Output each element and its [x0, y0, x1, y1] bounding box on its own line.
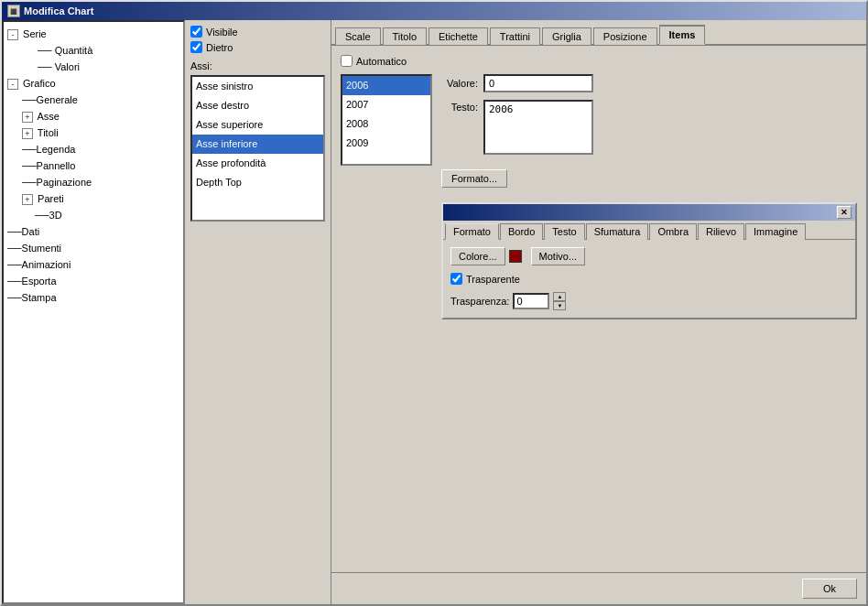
trasparenza-row: Trasparenza: ▲ ▼ [450, 292, 848, 310]
tab-scale[interactable]: Scale [335, 27, 381, 45]
spinner-up[interactable]: ▲ [553, 292, 566, 301]
format-tab-formato[interactable]: Formato [445, 223, 499, 240]
year-item-2006[interactable]: 2006 [342, 76, 430, 95]
assi-item-superiore[interactable]: Asse superiore [192, 115, 323, 135]
dietro-checkbox[interactable] [190, 41, 202, 53]
trasparenza-input[interactable] [513, 293, 549, 309]
tree-item-3d[interactable]: ──3D [4, 207, 183, 223]
tree-item-serie[interactable]: - Serie [4, 26, 183, 42]
spinner-down[interactable]: ▼ [553, 301, 566, 310]
spinner-arrows: ▲ ▼ [553, 292, 566, 310]
items-left: 2006 2007 2008 2009 [341, 74, 432, 319]
tab-griglia[interactable]: Griglia [542, 27, 591, 45]
assi-item-depthtop[interactable]: Depth Top [192, 173, 323, 192]
format-close-button[interactable]: ✕ [837, 206, 852, 219]
tree-panel: - Serie ── Quantità ── Valori - Grafico … [2, 20, 185, 604]
ok-button[interactable]: Ok [802, 579, 857, 599]
format-tab-testo[interactable]: Testo [544, 223, 584, 240]
assi-item-destro[interactable]: Asse destro [192, 96, 323, 115]
tree-item-paginazione[interactable]: ──Paginazione [4, 174, 183, 190]
tree-item-esporta[interactable]: ──Esporta [4, 273, 183, 289]
visibile-checkbox[interactable] [190, 26, 202, 38]
automatico-checkbox[interactable] [341, 55, 353, 67]
testo-label: Testo: [441, 102, 478, 113]
formato-btn-wrapper: Formato... [441, 166, 857, 188]
window-title: Modifica Chart [24, 5, 93, 16]
trasparenza-label: Trasparenza: [450, 296, 509, 307]
trasparente-label: Trasparente [466, 274, 520, 285]
years-list: 2006 2007 2008 2009 [341, 74, 432, 166]
automatico-label: Automatico [356, 56, 407, 67]
colore-btn-group: Colore... [450, 247, 522, 265]
valore-row: Valore: [441, 74, 857, 92]
expander-serie[interactable]: - [7, 29, 18, 40]
tab-posizione[interactable]: Posizione [593, 27, 657, 45]
tab-content-items: Automatico 2006 2007 2008 2009 [331, 46, 866, 572]
dietro-row: Dietro [190, 41, 325, 53]
testo-textarea[interactable]: 2006 [483, 100, 593, 155]
tree-item-animazioni[interactable]: ──Animazioni [4, 256, 183, 273]
trasparente-checkbox[interactable] [450, 273, 462, 285]
format-dialog-titlebar: ✕ [443, 204, 855, 221]
window-content: - Serie ── Quantità ── Valori - Grafico … [2, 20, 866, 604]
tree-item-quantita[interactable]: ── Quantità [4, 42, 183, 59]
format-dialog: ✕ Formato Bordo Testo Sfumatura Ombra Ri… [441, 202, 857, 319]
format-tab-bordo[interactable]: Bordo [500, 223, 543, 240]
assi-item-inferiore[interactable]: Asse inferiore [192, 135, 323, 154]
assi-item-profondita[interactable]: Asse profondità [192, 154, 323, 173]
middle-panel: Visibile Dietro Assi: Asse sinistro Asse… [185, 20, 331, 604]
tree-item-generale[interactable]: ──Generale [4, 92, 183, 108]
tab-etichette[interactable]: Etichette [429, 27, 488, 45]
format-tab-ombra[interactable]: Ombra [649, 223, 697, 240]
color-swatch [509, 250, 522, 263]
items-section: 2006 2007 2008 2009 Valore: T [341, 74, 857, 319]
valore-label: Valore: [441, 78, 478, 89]
expander-titoli[interactable]: + [22, 128, 33, 139]
items-right: Valore: Testo: 2006 Formato... [441, 74, 857, 319]
visibile-label: Visibile [206, 27, 238, 38]
tab-titolo[interactable]: Titolo [383, 27, 428, 45]
expander-asse[interactable]: + [22, 112, 33, 123]
format-tab-bar: Formato Bordo Testo Sfumatura Ombra Rili… [443, 221, 855, 240]
tree-item-legenda[interactable]: ──Legenda [4, 141, 183, 157]
formato-button[interactable]: Formato... [441, 169, 507, 188]
dietro-label: Dietro [206, 42, 233, 53]
year-item-2008[interactable]: 2008 [342, 114, 430, 134]
tree-item-valori[interactable]: ── Valori [4, 59, 183, 75]
bottom-bar: Ok [331, 572, 866, 604]
window-icon: ▦ [7, 5, 20, 17]
tree-item-pannello[interactable]: ──Pannello [4, 157, 183, 174]
tab-bar: Scale Titolo Etichette Trattini Griglia … [331, 20, 866, 46]
format-tab-immagine[interactable]: Immagine [745, 223, 806, 240]
valore-input[interactable] [483, 74, 593, 92]
assi-item-sinistro[interactable]: Asse sinistro [192, 77, 323, 96]
colore-button[interactable]: Colore... [450, 247, 505, 265]
format-tab-sfumatura[interactable]: Sfumatura [586, 223, 649, 240]
visibile-row: Visibile [190, 26, 325, 38]
year-item-2007[interactable]: 2007 [342, 95, 430, 114]
tree-item-pareti[interactable]: + Pareti [4, 190, 183, 207]
expander-pareti[interactable]: + [22, 194, 33, 205]
title-bar: ▦ Modifica Chart [2, 2, 866, 20]
tree-item-grafico[interactable]: - Grafico [4, 75, 183, 92]
assi-label: Assi: [190, 60, 325, 71]
format-tab-rilievo[interactable]: Rilievo [698, 223, 744, 240]
assi-list: Asse sinistro Asse destro Asse superiore… [190, 75, 325, 222]
motivo-button[interactable]: Motivo... [531, 247, 586, 265]
tab-trattini[interactable]: Trattini [490, 27, 540, 45]
tree-item-asse[interactable]: + Asse [4, 108, 183, 124]
tree-item-dati[interactable]: ──Dati [4, 223, 183, 240]
automatico-row: Automatico [341, 55, 857, 67]
right-panel: Scale Titolo Etichette Trattini Griglia … [331, 20, 866, 604]
tab-items[interactable]: Items [659, 25, 706, 45]
tree-item-stumenti[interactable]: ──Stumenti [4, 240, 183, 256]
format-content: Colore... Motivo... Trasparente [443, 240, 855, 318]
year-item-2009[interactable]: 2009 [342, 134, 430, 153]
tree-item-titoli[interactable]: + Titoli [4, 124, 183, 141]
trasparente-row: Trasparente [450, 273, 848, 285]
tree-item-stampa[interactable]: ──Stampa [4, 289, 183, 306]
testo-row: Testo: 2006 [441, 100, 857, 155]
main-window: ▦ Modifica Chart - Serie ── Quantità ── … [0, 0, 868, 606]
colore-motivo-row: Colore... Motivo... [450, 247, 848, 265]
expander-grafico[interactable]: - [7, 79, 18, 90]
